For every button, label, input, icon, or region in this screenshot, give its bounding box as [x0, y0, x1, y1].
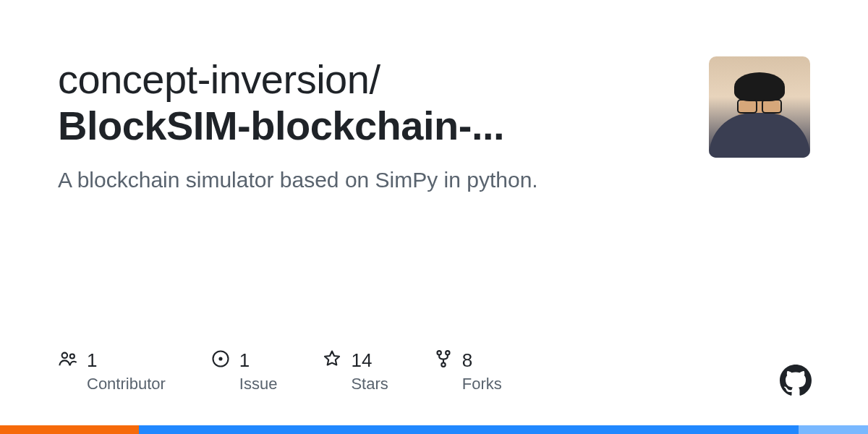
svg-point-3 [218, 357, 222, 360]
svg-point-6 [441, 362, 445, 366]
stats-row: 1 Contributor 1 Issue 14 Stars 8 Forks [58, 349, 502, 393]
repo-name[interactable]: BlockSIM-blockchain-... [58, 103, 504, 148]
stat-count: 1 [87, 349, 97, 372]
svg-point-4 [437, 351, 441, 354]
stat-contributors[interactable]: 1 Contributor [58, 349, 166, 393]
bar-segment-3 [799, 425, 868, 434]
stat-label: Stars [351, 375, 388, 393]
stat-stars[interactable]: 14 Stars [322, 349, 388, 393]
star-icon [322, 349, 342, 372]
fork-icon [433, 349, 454, 372]
avatar[interactable] [709, 56, 810, 158]
language-bar [0, 425, 868, 434]
svg-point-0 [62, 353, 67, 358]
repo-main: concept-inversion/ BlockSIM-blockchain-.… [58, 56, 680, 195]
github-logo-icon[interactable] [780, 365, 812, 396]
repo-card: concept-inversion/ BlockSIM-blockchain-.… [0, 0, 868, 195]
issue-icon [210, 349, 231, 372]
svg-point-5 [446, 351, 449, 354]
repo-title: concept-inversion/ BlockSIM-blockchain-.… [58, 56, 680, 150]
people-icon [58, 349, 78, 372]
stat-label: Issue [239, 375, 278, 393]
stat-issues[interactable]: 1 Issue [210, 349, 278, 393]
bar-segment-1 [0, 425, 139, 434]
svg-point-1 [70, 354, 75, 358]
stat-forks[interactable]: 8 Forks [433, 349, 502, 393]
bar-segment-2 [139, 425, 799, 434]
owner-separator: / [369, 56, 380, 102]
stat-count: 14 [351, 349, 372, 372]
stat-count: 1 [239, 349, 250, 372]
stat-count: 8 [462, 349, 472, 372]
repo-owner[interactable]: concept-inversion [58, 56, 369, 102]
stat-label: Forks [462, 375, 502, 393]
repo-description: A blockchain simulator based on SimPy in… [58, 166, 680, 195]
stat-label: Contributor [87, 375, 166, 393]
